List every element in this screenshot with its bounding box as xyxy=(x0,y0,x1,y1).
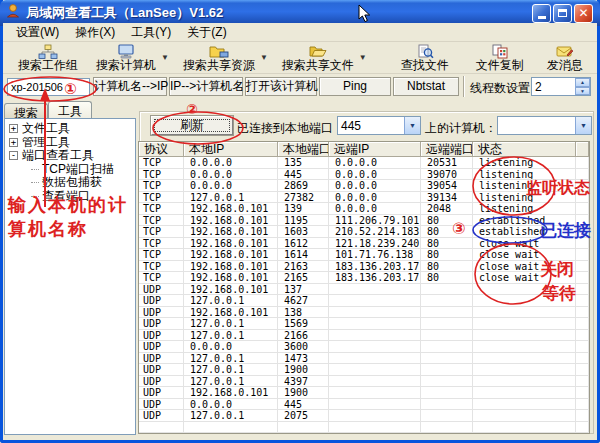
toolbar: 搜索工作组 搜索计算机 ▼ xyxy=(3,42,597,74)
expand-icon[interactable]: + xyxy=(9,124,18,133)
search-shared-resource-button[interactable]: 搜索共享资源 xyxy=(178,43,260,73)
search-computer-dropdown-icon[interactable]: ▼ xyxy=(161,53,169,62)
chevron-down-icon[interactable]: ▼ xyxy=(575,117,591,134)
tab-search[interactable]: 搜索 xyxy=(4,103,48,118)
toolbar-button-label: 发消息 xyxy=(547,59,583,72)
menu-settings[interactable]: 设置(W) xyxy=(9,22,66,43)
find-file-icon xyxy=(416,44,434,59)
minimize-button[interactable] xyxy=(532,4,551,23)
column-header[interactable]: 协议 xyxy=(139,142,184,157)
ip-to-name-button[interactable]: IP-->计算机名 xyxy=(169,77,243,96)
table-row[interactable]: TCP192.168.0.1012163183.136.203.1780clos… xyxy=(139,261,589,273)
refresh-button[interactable]: 刷新 xyxy=(151,116,233,135)
table-row[interactable]: TCP192.168.0.1011612121.18.239.24080clos… xyxy=(139,238,589,250)
toolbar-button-label: 文件复制 xyxy=(476,59,524,72)
maximize-icon xyxy=(558,9,567,17)
nbtstat-button[interactable]: Nbtstat xyxy=(393,77,459,96)
main-area: 搜索 工具 +文件工具+管理工具-端口查看工具TCP端口扫描数据包捕获查看端口 … xyxy=(3,100,597,437)
menu-operate[interactable]: 操作(X) xyxy=(68,22,122,43)
column-header[interactable]: 本地端口 xyxy=(278,142,329,157)
table-row[interactable]: UDP127.0.0.14627 xyxy=(139,295,589,307)
table-row[interactable]: UDP127.0.0.11473 xyxy=(139,353,589,365)
column-header[interactable] xyxy=(576,142,589,157)
tools-tree: +文件工具+管理工具-端口查看工具TCP端口扫描数据包捕获查看端口 xyxy=(4,118,136,435)
tab-strip: 搜索 工具 xyxy=(4,101,92,118)
app-window: 局域网查看工具（LanSee）V1.62 ✕ 设置(W) 操作(X) 工具(Y)… xyxy=(0,0,600,443)
stepper-down-icon[interactable]: ▼ xyxy=(575,87,590,96)
minimize-icon xyxy=(538,16,546,19)
name-to-ip-button[interactable]: 计算机名-->IP xyxy=(93,77,167,96)
toolbar-button-label: 搜索工作组 xyxy=(18,59,78,72)
window-title: 局域网查看工具（LanSee）V1.62 xyxy=(26,4,532,22)
column-header[interactable]: 远端端口 xyxy=(421,142,473,157)
expand-icon[interactable]: + xyxy=(9,138,18,147)
toolbar-button-label: 搜索共享资源 xyxy=(183,59,255,72)
actionbar-separator xyxy=(463,76,464,97)
table-row[interactable]: TCP127.0.0.1273820.0.0.039134listening xyxy=(139,192,589,204)
table-row[interactable]: UDP127.0.0.11569 xyxy=(139,318,589,330)
menu-tools[interactable]: 工具(Y) xyxy=(124,22,178,43)
connections-table: 协议本地IP本地端口远端IP远端端口状态 TCP0.0.0.01350.0.0.… xyxy=(138,141,590,434)
maximize-button[interactable] xyxy=(553,4,572,23)
search-computer-button[interactable]: 搜索计算机 xyxy=(91,43,161,73)
thread-count-stepper[interactable]: 2 ▲ ▼ xyxy=(531,77,591,96)
find-file-button[interactable]: 查找文件 xyxy=(396,43,454,73)
open-computer-button[interactable]: 打开该计算机 xyxy=(245,77,317,96)
column-header[interactable]: 本地IP xyxy=(184,142,278,157)
table-row[interactable]: TCP192.168.0.1012165183.136.203.1780clos… xyxy=(139,272,589,284)
table-row[interactable]: UDP127.0.0.12075 xyxy=(139,410,589,422)
column-header[interactable]: 状态 xyxy=(473,142,576,157)
table-row[interactable]: TCP192.168.0.1011614101.71.76.13880close… xyxy=(139,249,589,261)
table-row[interactable]: TCP0.0.0.01350.0.0.020531listening xyxy=(139,157,589,169)
collapse-icon[interactable]: - xyxy=(9,151,18,160)
table-row[interactable]: UDP0.0.0.03600 xyxy=(139,341,589,353)
connections-table-body: TCP0.0.0.01350.0.0.020531listeningTCP0.0… xyxy=(139,157,589,434)
port-view-panel: 刷新 已连接到本地端口 445 ▼ 上的计算机： ▼ 协议本地IP本地端口远端I… xyxy=(137,100,596,436)
menu-about[interactable]: 关于(Z) xyxy=(180,22,233,43)
tree-item[interactable]: 查看端口 xyxy=(5,190,135,204)
search-workgroup-button[interactable]: 搜索工作组 xyxy=(13,43,83,73)
connected-port-label: 已连接到本地端口 xyxy=(237,120,333,137)
table-row[interactable]: TCP192.168.0.1011390.0.0.02048listening xyxy=(139,203,589,215)
window-frame: 局域网查看工具（LanSee）V1.62 ✕ 设置(W) 操作(X) 工具(Y)… xyxy=(0,0,600,443)
table-row[interactable]: TCP0.0.0.04450.0.0.039070listening xyxy=(139,169,589,181)
tree-item-label: 查看端口 xyxy=(31,188,90,205)
local-port-value: 445 xyxy=(341,119,361,133)
table-row[interactable]: TCP192.168.0.1011603210.52.214.18380esta… xyxy=(139,226,589,238)
table-row[interactable]: UDP127.0.0.11900 xyxy=(139,364,589,376)
close-icon: ✕ xyxy=(578,7,588,19)
app-icon xyxy=(5,3,21,23)
search-shared-file-dropdown-icon[interactable]: ▼ xyxy=(359,53,367,62)
table-row[interactable]: UDP127.0.0.12166 xyxy=(139,330,589,342)
close-button[interactable]: ✕ xyxy=(574,4,593,23)
table-row[interactable]: TCP0.0.0.028690.0.0.039054listening xyxy=(139,180,589,192)
send-message-button[interactable]: 发消息 xyxy=(542,43,588,73)
toolbar-button-label: 搜索计算机 xyxy=(96,59,156,72)
column-header[interactable]: 远端IP xyxy=(329,142,421,157)
table-row[interactable] xyxy=(139,422,589,434)
actionbar: 计算机名-->IP IP-->计算机名 打开该计算机 Ping Nbtstat … xyxy=(3,74,597,100)
table-row[interactable]: UDP192.168.0.1011900 xyxy=(139,387,589,399)
computer-name-input[interactable] xyxy=(7,78,90,96)
ping-button[interactable]: Ping xyxy=(319,77,391,96)
chevron-down-icon[interactable]: ▼ xyxy=(404,117,420,134)
table-row[interactable]: UDP127.0.0.14397 xyxy=(139,376,589,388)
table-row[interactable]: UDP192.168.0.101138 xyxy=(139,307,589,319)
search-shared-resource-dropdown-icon[interactable]: ▼ xyxy=(260,53,268,62)
computer-combobox[interactable]: ▼ xyxy=(497,116,592,135)
table-row[interactable]: UDP192.168.0.101137 xyxy=(139,284,589,296)
send-message-icon xyxy=(556,44,574,59)
local-port-combobox[interactable]: 445 ▼ xyxy=(337,116,421,135)
table-row[interactable] xyxy=(139,433,589,434)
connections-table-header: 协议本地IP本地端口远端IP远端端口状态 xyxy=(139,142,589,157)
table-row[interactable]: UDP0.0.0.0445 xyxy=(139,399,589,411)
shared-file-icon xyxy=(308,44,328,59)
search-shared-file-button[interactable]: 搜索共享文件 xyxy=(277,43,359,73)
menubar: 设置(W) 操作(X) 工具(Y) 关于(Z) xyxy=(3,23,597,42)
table-row[interactable]: TCP192.168.0.1011195111.206.79.10180esta… xyxy=(139,215,589,227)
tab-tools[interactable]: 工具 xyxy=(48,101,92,118)
file-copy-icon xyxy=(491,44,509,59)
thread-count-value: 2 xyxy=(535,80,542,94)
file-copy-button[interactable]: 文件复制 xyxy=(471,43,529,73)
stepper-up-icon[interactable]: ▲ xyxy=(575,78,590,87)
